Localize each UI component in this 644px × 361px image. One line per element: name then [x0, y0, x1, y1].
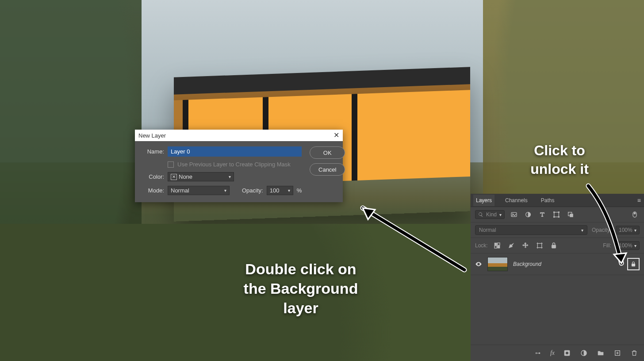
chevron-down-icon: ▾ [229, 174, 231, 179]
new-layer-icon[interactable] [613, 349, 622, 357]
panel-blend-mode-select: Normal ▾ [475, 225, 587, 235]
layer-name-input[interactable] [168, 146, 302, 157]
filter-kind-select[interactable]: Kind ▾ [475, 210, 505, 219]
svg-point-20 [566, 352, 569, 355]
panel-footer: ⊶ fx [471, 345, 644, 361]
layer-lock-icon[interactable] [627, 258, 640, 270]
trash-icon[interactable] [630, 349, 639, 357]
close-icon[interactable]: ✕ [334, 132, 339, 139]
clipping-mask-label: Use Previous Layer to Create Clipping Ma… [177, 161, 291, 168]
color-select[interactable]: ✕ None ▾ [168, 172, 234, 181]
lock-row: Lock: Fill: 100% ▾ [471, 238, 644, 253]
svg-rect-12 [494, 243, 497, 245]
visibility-eye-icon[interactable] [475, 261, 482, 268]
search-icon [478, 212, 483, 217]
new-layer-dialog: New Layer ✕ Name: Use Previous Layer to … [135, 130, 343, 202]
fill-input: 100% ▾ [616, 241, 640, 250]
chevron-down-icon: ▾ [581, 228, 583, 233]
panel-opacity-value: 100% [619, 227, 632, 233]
lock-pixels-icon[interactable] [506, 241, 516, 250]
svg-rect-13 [497, 243, 499, 245]
color-value: None [179, 173, 192, 180]
panel-opacity-input: 100% ▾ [616, 226, 640, 234]
lock-transparency-icon[interactable] [492, 241, 502, 250]
filter-smartobject-icon[interactable] [566, 210, 575, 219]
fill-label: Fill: [603, 242, 611, 249]
cancel-button[interactable]: Cancel [310, 163, 345, 176]
adjustment-layer-icon[interactable] [579, 349, 588, 357]
tab-paths[interactable]: Paths [538, 195, 557, 206]
fill-value: 100% [619, 242, 632, 249]
svg-rect-6 [553, 216, 555, 218]
ok-label: OK [323, 150, 332, 156]
opacity-input[interactable]: 100 ▾ [267, 186, 293, 195]
layer-row-background[interactable]: Background [471, 253, 644, 275]
add-mask-icon[interactable] [563, 349, 571, 357]
svg-rect-17 [552, 245, 556, 248]
opacity-value: 100 [270, 187, 280, 194]
chevron-down-icon: ▾ [499, 212, 502, 217]
svg-rect-4 [553, 211, 555, 213]
lock-artboard-icon[interactable] [535, 241, 544, 250]
chevron-down-icon: ▾ [634, 243, 636, 248]
svg-rect-5 [558, 211, 560, 213]
chevron-down-icon: ▾ [224, 188, 226, 193]
ok-button[interactable]: OK [310, 146, 345, 159]
panel-opacity-label: Opacity: [592, 227, 611, 233]
tab-channels[interactable]: Channels [502, 195, 530, 206]
opacity-label: Opacity: [242, 187, 263, 194]
chevron-down-icon: ▾ [288, 188, 290, 193]
name-label: Name: [141, 148, 164, 155]
panel-tabs: Layers Channels Paths ≡ [471, 194, 644, 207]
opacity-suffix: % [297, 187, 302, 194]
svg-rect-7 [558, 216, 560, 218]
tab-layers[interactable]: Layers [473, 195, 494, 206]
color-label: Color: [141, 173, 164, 180]
layers-panel: Layers Channels Paths ≡ Kind ▾ Normal ▾ … [471, 194, 644, 361]
mode-label: Mode: [141, 187, 164, 194]
clipping-mask-checkbox [168, 161, 174, 168]
none-swatch-icon: ✕ [171, 174, 177, 180]
svg-rect-15 [497, 246, 499, 248]
filter-shape-icon[interactable] [552, 210, 561, 219]
panel-blend-mode-value: Normal [479, 227, 496, 233]
chevron-down-icon: ▾ [634, 228, 636, 233]
layer-filter-row: Kind ▾ [471, 207, 644, 223]
lock-position-icon[interactable] [521, 241, 530, 250]
lock-label: Lock: [475, 242, 488, 249]
svg-point-1 [512, 214, 513, 215]
blend-mode-select[interactable]: Normal ▾ [168, 186, 230, 195]
dialog-titlebar[interactable]: New Layer ✕ [135, 130, 343, 141]
lock-all-icon[interactable] [549, 241, 559, 250]
layer-name-label: Background [513, 261, 622, 267]
blend-row: Normal ▾ Opacity: 100% ▾ [471, 223, 644, 238]
link-layers-icon[interactable]: ⊶ [533, 349, 542, 357]
dialog-title: New Layer [138, 132, 166, 139]
svg-rect-16 [537, 243, 541, 247]
cancel-label: Cancel [318, 166, 336, 173]
filter-pixel-icon[interactable] [509, 210, 519, 219]
svg-rect-18 [632, 264, 635, 266]
group-icon[interactable] [596, 349, 605, 357]
filter-toggle-icon[interactable] [630, 210, 640, 219]
filter-kind-label: Kind [486, 211, 497, 218]
mode-value: Normal [171, 187, 189, 194]
panel-menu-icon[interactable]: ≡ [637, 197, 641, 204]
svg-rect-9 [570, 214, 573, 217]
filter-adjustment-icon[interactable] [523, 210, 533, 219]
layer-fx-icon[interactable]: fx [550, 349, 555, 357]
svg-rect-14 [494, 246, 497, 248]
svg-point-11 [634, 212, 636, 214]
filter-type-icon[interactable] [537, 210, 547, 219]
layer-thumbnail[interactable] [487, 257, 508, 271]
